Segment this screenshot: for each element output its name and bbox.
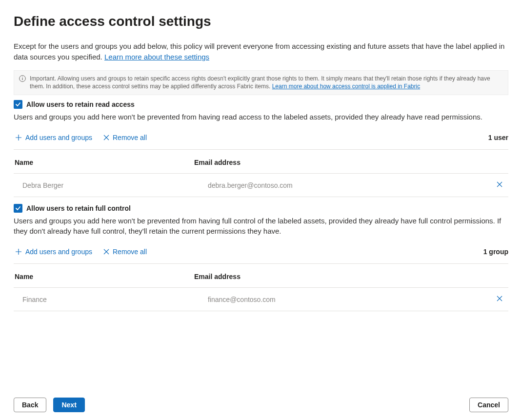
full-action-row: Add users and groups Remove all 1 group	[14, 246, 508, 264]
table-row: Debra Berger debra.berger@contoso.com	[14, 174, 508, 197]
info-body: Allowing users and groups to retain spec…	[30, 75, 490, 90]
full-section-description: Users and groups you add here won't be p…	[14, 216, 508, 236]
plus-icon	[15, 248, 22, 256]
full-checkbox-row: Allow users to retain full control	[14, 204, 508, 213]
add-users-label: Add users and groups	[25, 248, 92, 256]
full-col-email: Email address	[194, 273, 491, 280]
info-icon	[19, 75, 26, 84]
read-checkbox-row: Allow users to retain read access	[14, 100, 508, 109]
read-checkbox-label: Allow users to retain read access	[26, 100, 135, 108]
full-control-checkbox[interactable]	[14, 204, 22, 213]
back-button[interactable]: Back	[14, 398, 46, 412]
close-icon	[496, 182, 503, 190]
plus-icon	[15, 134, 22, 141]
remove-all-button-full[interactable]: Remove all	[102, 246, 148, 258]
info-prefix: Important.	[30, 75, 58, 82]
learn-more-fabric-link[interactable]: Learn more about how access control is a…	[272, 83, 421, 90]
read-col-name: Name	[14, 159, 194, 166]
full-count-text: 1 group	[483, 248, 508, 256]
row-email: debra.berger@contoso.com	[194, 181, 491, 189]
remove-row-button[interactable]	[494, 294, 505, 305]
read-col-email: Email address	[194, 159, 491, 166]
read-access-checkbox[interactable]	[14, 100, 22, 109]
add-users-button-full[interactable]: Add users and groups	[14, 246, 93, 258]
close-icon	[103, 248, 110, 255]
full-checkbox-label: Allow users to retain full control	[26, 204, 131, 212]
remove-all-label: Remove all	[113, 248, 147, 256]
remove-row-button[interactable]	[494, 180, 505, 191]
close-icon	[103, 134, 110, 141]
svg-rect-2	[22, 77, 22, 77]
full-table-header: Name Email address	[14, 264, 508, 288]
info-banner: Important. Allowing users and groups to …	[14, 70, 508, 96]
table-row: Finance finance@contoso.com	[14, 288, 508, 311]
row-name: Finance	[14, 296, 194, 303]
add-users-button-read[interactable]: Add users and groups	[14, 132, 93, 143]
read-count-text: 1 user	[488, 134, 508, 141]
close-icon	[496, 297, 503, 304]
row-name: Debra Berger	[14, 181, 194, 189]
read-section-description: Users and groups you add here won't be p…	[14, 112, 508, 122]
svg-rect-1	[22, 78, 22, 80]
next-button[interactable]: Next	[53, 398, 84, 412]
add-users-label: Add users and groups	[25, 134, 92, 141]
intro-body: Except for the users and groups you add …	[14, 42, 504, 61]
read-table-header: Name Email address	[14, 150, 508, 174]
footer: Back Next Cancel	[14, 398, 508, 412]
intro-text: Except for the users and groups you add …	[14, 41, 508, 62]
full-col-name: Name	[14, 273, 194, 280]
page-title: Define access control settings	[14, 14, 508, 29]
remove-all-button-read[interactable]: Remove all	[102, 132, 148, 143]
row-email: finance@contoso.com	[194, 296, 491, 303]
read-action-row: Add users and groups Remove all 1 user	[14, 132, 508, 150]
info-banner-text: Important. Allowing users and groups to …	[30, 75, 502, 91]
remove-all-label: Remove all	[113, 134, 147, 141]
learn-more-settings-link[interactable]: Learn more about these settings	[104, 53, 209, 61]
cancel-button[interactable]: Cancel	[469, 398, 508, 412]
